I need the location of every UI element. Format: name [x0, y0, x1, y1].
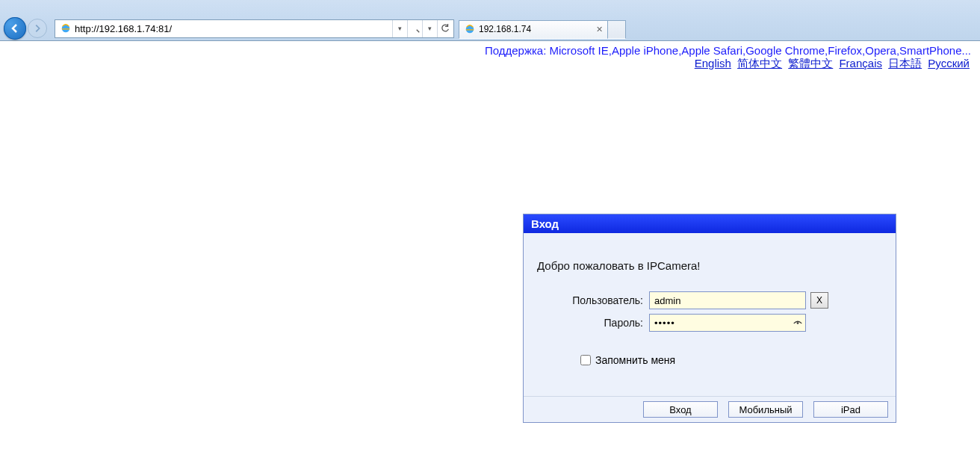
svg-point-3	[797, 322, 799, 324]
login-panel: Вход Добро пожаловать в IPCamera! Пользо…	[523, 214, 896, 423]
tab-close-icon[interactable]: ✕	[594, 24, 604, 34]
forward-button[interactable]	[28, 19, 47, 38]
address-bar: ▾ ▾	[55, 19, 454, 38]
welcome-text: Добро пожаловать в IPCamera!	[537, 259, 882, 272]
lang-english[interactable]: English	[695, 57, 731, 69]
search-dropdown-icon[interactable]: ▾	[422, 20, 437, 37]
login-title: Вход	[524, 214, 896, 233]
back-button[interactable]	[4, 17, 26, 40]
refresh-icon[interactable]	[437, 20, 452, 37]
ie-icon	[464, 23, 476, 35]
browser-chrome: ▾ ▾ 192.168.1.74 ✕	[0, 0, 980, 41]
language-line: English 简体中文 繁體中文 Français 日本語 Русский	[0, 57, 980, 74]
ie-icon	[60, 22, 72, 34]
url-input[interactable]	[75, 21, 392, 36]
support-line: Поддержка: Microsoft IE,Apple iPhone,App…	[0, 41, 980, 57]
remember-row: Запомнить меня	[580, 354, 882, 366]
password-input-wrap	[649, 314, 806, 332]
lang-russian[interactable]: Русский	[928, 57, 970, 69]
tab-strip: 192.168.1.74 ✕	[459, 19, 626, 39]
user-input[interactable]	[649, 291, 806, 309]
password-label: Пароль:	[537, 317, 649, 329]
login-button[interactable]: Вход	[643, 401, 718, 418]
login-body: Добро пожаловать в IPCamera! Пользовател…	[524, 233, 896, 396]
ipad-button[interactable]: iPad	[813, 401, 888, 418]
user-label: Пользователь:	[537, 294, 649, 306]
lang-french[interactable]: Français	[839, 57, 882, 69]
svg-point-1	[412, 25, 417, 31]
nav-row: ▾ ▾ 192.168.1.74 ✕	[4, 17, 980, 40]
user-row: Пользователь: X	[537, 291, 882, 309]
tab-title: 192.168.1.74	[479, 24, 531, 34]
lang-japanese[interactable]: 日本語	[888, 57, 922, 69]
remember-label: Запомнить меня	[595, 354, 675, 366]
mobile-button[interactable]: Мобильный	[728, 401, 803, 418]
reveal-password-icon[interactable]	[792, 317, 804, 329]
user-input-wrap	[649, 291, 806, 309]
addr-dropdown-icon[interactable]: ▾	[392, 20, 407, 37]
search-icon[interactable]	[407, 20, 422, 37]
password-row: Пароль:	[537, 314, 882, 332]
login-footer: Вход Мобильный iPad	[524, 396, 896, 422]
new-tab-button[interactable]	[608, 20, 626, 39]
support-prefix: Поддержка:	[485, 44, 550, 57]
clear-user-button[interactable]: X	[810, 292, 828, 309]
remember-checkbox[interactable]	[580, 355, 591, 365]
lang-simplified-chinese[interactable]: 简体中文	[737, 57, 782, 69]
support-list: Microsoft IE,Apple iPhone,Apple Safari,G…	[550, 44, 971, 57]
lang-traditional-chinese[interactable]: 繁體中文	[788, 57, 833, 69]
tab-active[interactable]: 192.168.1.74 ✕	[459, 20, 608, 39]
password-input[interactable]	[649, 314, 806, 332]
